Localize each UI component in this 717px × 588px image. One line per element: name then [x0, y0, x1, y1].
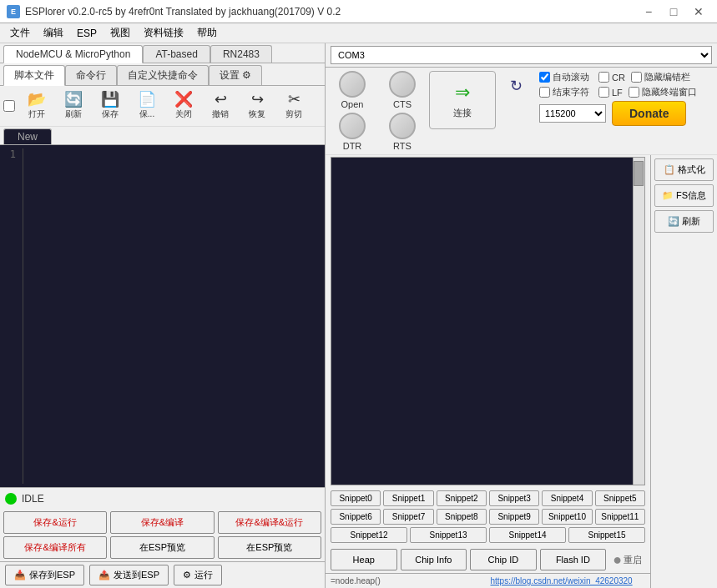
save-run-button[interactable]: 保存&运行 — [3, 511, 107, 534]
right-panel: COM3 Open CTS — [326, 43, 717, 588]
save-button[interactable]: 💾 保存 — [93, 88, 127, 123]
snippet-11-button[interactable]: Snippet11 — [595, 509, 645, 525]
menu-help[interactable]: 帮助 — [190, 23, 224, 43]
preview-esp-button-1[interactable]: 在ESP预览 — [110, 536, 214, 559]
cr-checkbox[interactable] — [598, 72, 609, 83]
open-circle[interactable] — [339, 71, 366, 98]
lf-checkbox[interactable] — [598, 87, 609, 98]
open-button[interactable]: 📂 打开 — [20, 88, 53, 123]
preview-esp-button-2[interactable]: 在ESP预览 — [218, 536, 321, 559]
close-file-button[interactable]: ❌ 关闭 — [167, 88, 200, 123]
subtab-command[interactable]: 命令行 — [65, 65, 117, 85]
redo-button[interactable]: ↪ 恢复 — [240, 88, 274, 123]
subtab-script[interactable]: 脚本文件 — [3, 65, 65, 86]
subtab-settings[interactable]: 设置 ⚙ — [209, 65, 262, 85]
window-controls: − □ ✕ — [637, 3, 710, 21]
tab-nodemcu[interactable]: NodeMCU & MicroPython — [3, 45, 143, 63]
select-all-checkbox[interactable] — [3, 100, 15, 112]
code-content[interactable] — [23, 148, 321, 484]
refresh-button[interactable]: 🔄 刷新 — [57, 88, 90, 123]
snippet-8-button[interactable]: Snippet8 — [437, 509, 487, 525]
scrollbar-thumb[interactable] — [634, 161, 644, 186]
app-title: ESPlorer v0.2.0-rc5 by 4refr0nt Translat… — [25, 6, 637, 18]
chip-id-button[interactable]: Chip ID — [470, 549, 537, 570]
snippet-2-button[interactable]: Snippet2 — [437, 490, 487, 506]
save-as-button[interactable]: 📄 保... — [130, 88, 164, 123]
donate-button[interactable]: Donate — [612, 101, 686, 126]
hide-error-checkbox[interactable] — [631, 72, 642, 83]
menu-file[interactable]: 文件 — [3, 23, 37, 43]
endchar-checkbox[interactable] — [539, 87, 550, 98]
port-refresh-button[interactable]: ↻ — [501, 71, 531, 101]
open-control: Open — [331, 71, 374, 109]
run-icon: ⚙ — [183, 570, 191, 580]
menu-esp[interactable]: ESP — [70, 23, 104, 43]
bottom-info-text: =node.heap() — [331, 576, 486, 585]
save-compile-all-button[interactable]: 保存&编译所有 — [3, 536, 107, 559]
terminal-area[interactable] — [331, 157, 645, 485]
hide-terminal-checkbox[interactable] — [629, 87, 639, 98]
subtab-custom[interactable]: 自定义快捷命令 — [117, 65, 209, 85]
serial-row-2: DTR RTS — [331, 113, 424, 151]
undo-button[interactable]: ↩ 撤销 — [204, 88, 237, 123]
tab-at-based[interactable]: AT-based — [143, 45, 210, 63]
dtr-circle[interactable] — [339, 113, 366, 139]
close-button[interactable]: ✕ — [687, 3, 710, 21]
snippet-12-button[interactable]: Snippet12 — [331, 527, 407, 543]
save-to-esp-button[interactable]: 📥 保存到ESP — [5, 565, 84, 585]
title-bar: E ESPlorer v0.2.0-rc5 by 4refr0nt Transl… — [0, 0, 717, 23]
snippet-5-button[interactable]: Snippet5 — [595, 490, 645, 506]
connect-button[interactable]: ⇒ 连接 — [429, 71, 496, 129]
snippet-6-button[interactable]: Snippet6 — [331, 509, 381, 525]
flash-id-button[interactable]: Flash ID — [540, 549, 607, 570]
snippet-14-button[interactable]: Snippet14 — [489, 527, 566, 543]
open-icon: 📂 — [28, 92, 46, 107]
file-tab-new[interactable]: New — [3, 128, 52, 144]
status-label: 重启 — [624, 554, 642, 566]
menu-view[interactable]: 视图 — [104, 23, 137, 43]
save-compile-run-button[interactable]: 保存&编译&运行 — [218, 511, 321, 534]
snippet-4-button[interactable]: Snippet4 — [542, 490, 592, 506]
snippet-7-button[interactable]: Snippet7 — [383, 509, 433, 525]
snippet-9-button[interactable]: Snippet9 — [489, 509, 539, 525]
menu-links[interactable]: 资料链接 — [137, 23, 190, 43]
status-indicator — [5, 493, 17, 505]
endchar-label: 结束字符 — [553, 86, 589, 98]
baud-rate-select[interactable]: 115200 — [539, 104, 606, 123]
minimize-button[interactable]: − — [637, 3, 660, 21]
rts-circle[interactable] — [389, 113, 416, 139]
open-label: Open — [341, 99, 364, 109]
snippet-15-button[interactable]: Snippet15 — [568, 527, 645, 543]
format-button[interactable]: 📋 格式化 — [654, 158, 714, 181]
snippet-13-button[interactable]: Snippet13 — [410, 527, 487, 543]
com-port-select[interactable]: COM3 — [331, 46, 712, 64]
bottom-bar: 📥 保存到ESP 📤 发送到ESP ⚙ 运行 — [0, 561, 325, 588]
send-to-esp-button[interactable]: 📤 发送到ESP — [89, 565, 169, 585]
terminal-scrollbar[interactable] — [633, 158, 644, 485]
snippet-1-button[interactable]: Snippet1 — [383, 490, 433, 506]
sub-tabs-row: 脚本文件 命令行 自定义快捷命令 设置 ⚙ — [0, 63, 325, 86]
status-text: IDLE — [22, 493, 44, 505]
snippet-0-button[interactable]: Snippet0 — [331, 490, 381, 506]
cts-circle[interactable] — [389, 71, 416, 98]
tab-rn2483[interactable]: RN2483 — [210, 45, 272, 63]
save-compile-button[interactable]: 保存&编译 — [110, 511, 214, 534]
save-icon: 💾 — [101, 92, 119, 107]
autoscroll-label: 自动滚动 — [553, 71, 589, 83]
autoscroll-checkbox[interactable] — [539, 72, 550, 83]
snippet-10-button[interactable]: Snippet10 — [542, 509, 592, 525]
snippet-3-button[interactable]: Snippet3 — [489, 490, 539, 506]
right-main: Snippet0 Snippet1 Snippet2 Snippet3 Snip… — [326, 155, 650, 588]
run-button[interactable]: ⚙ 运行 — [174, 565, 222, 585]
cut-button[interactable]: ✂ 剪切 — [277, 88, 311, 123]
top-tabs-row: NodeMCU & MicroPython AT-based RN2483 — [0, 43, 325, 63]
fs-info-button[interactable]: 📁 FS信息 — [654, 184, 714, 207]
sidebar-refresh-button[interactable]: 🔄 刷新 — [654, 210, 714, 233]
main-container: NodeMCU & MicroPython AT-based RN2483 脚本… — [0, 43, 717, 588]
menu-edit[interactable]: 编辑 — [37, 23, 70, 43]
chip-info-button[interactable]: Chip Info — [401, 549, 467, 570]
heap-button[interactable]: Heap — [331, 549, 397, 570]
code-editor[interactable]: 1 — [0, 145, 325, 487]
maximize-button[interactable]: □ — [662, 3, 685, 21]
app-icon: E — [7, 5, 20, 18]
